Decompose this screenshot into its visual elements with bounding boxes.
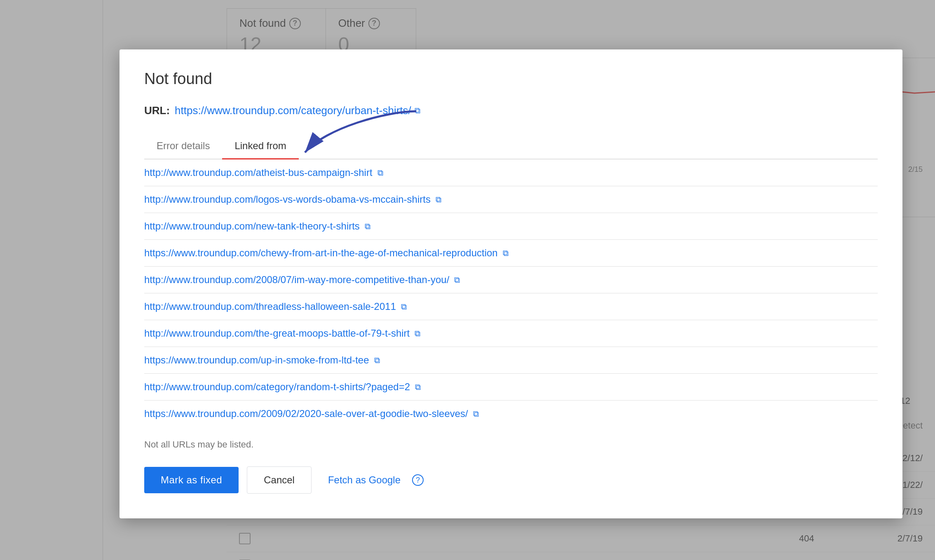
modal-actions: Mark as fixed Cancel Fetch as Google ? bbox=[144, 466, 878, 494]
link-url-4[interactable]: https://www.troundup.com/chewy-from-art-… bbox=[144, 247, 498, 259]
link-external-icon: ⧉ bbox=[374, 356, 380, 365]
list-item: http://www.troundup.com/atheist-bus-camp… bbox=[144, 159, 878, 186]
fetch-help-icon: ? bbox=[412, 474, 424, 486]
list-item: https://www.troundup.com/chewy-from-art-… bbox=[144, 240, 878, 267]
url-label: URL: bbox=[144, 104, 170, 117]
link-url-5[interactable]: http://www.troundup.com/2008/07/im-way-m… bbox=[144, 274, 449, 286]
link-external-icon: ⧉ bbox=[415, 382, 421, 392]
tab-error-details[interactable]: Error details bbox=[144, 134, 222, 159]
list-item: http://www.troundup.com/logos-vs-words-o… bbox=[144, 186, 878, 213]
modal-title: Not found bbox=[144, 70, 878, 88]
fetch-as-google-button[interactable]: Fetch as Google ? bbox=[328, 474, 424, 486]
link-external-icon: ⧉ bbox=[377, 168, 383, 178]
modal-dialog: Not found URL: https://www.troundup.com/… bbox=[120, 49, 902, 518]
list-item: http://www.troundup.com/category/random-… bbox=[144, 374, 878, 401]
link-external-icon: ⧉ bbox=[415, 329, 420, 338]
mark-as-fixed-button[interactable]: Mark as fixed bbox=[144, 467, 239, 493]
list-item: http://www.troundup.com/new-tank-theory-… bbox=[144, 213, 878, 240]
list-item: https://www.troundup.com/2009/02/2020-sa… bbox=[144, 401, 878, 427]
list-item: https://www.troundup.com/up-in-smoke-fro… bbox=[144, 347, 878, 374]
link-url-2[interactable]: http://www.troundup.com/logos-vs-words-o… bbox=[144, 194, 431, 205]
modal-note: Not all URLs may be listed. bbox=[144, 439, 878, 450]
link-url-7[interactable]: http://www.troundup.com/the-great-moops-… bbox=[144, 328, 410, 339]
list-item: http://www.troundup.com/2008/07/im-way-m… bbox=[144, 267, 878, 293]
link-external-icon: ⧉ bbox=[436, 195, 441, 204]
modal-tabs: Error details Linked from bbox=[144, 134, 878, 159]
link-url-8[interactable]: https://www.troundup.com/up-in-smoke-fro… bbox=[144, 354, 369, 366]
modal-url-link[interactable]: https://www.troundup.com/category/urban-… bbox=[175, 104, 420, 117]
link-external-icon: ⧉ bbox=[401, 302, 407, 312]
link-external-icon: ⧉ bbox=[503, 248, 509, 258]
links-list: http://www.troundup.com/atheist-bus-camp… bbox=[144, 159, 878, 427]
link-url-3[interactable]: http://www.troundup.com/new-tank-theory-… bbox=[144, 220, 360, 232]
link-url-1[interactable]: http://www.troundup.com/atheist-bus-camp… bbox=[144, 167, 373, 178]
tab-linked-from[interactable]: Linked from bbox=[222, 134, 298, 159]
link-external-icon: ⧉ bbox=[473, 409, 479, 419]
link-external-icon: ⧉ bbox=[365, 222, 370, 231]
list-item: http://www.troundup.com/threadless-hallo… bbox=[144, 293, 878, 320]
link-url-10[interactable]: https://www.troundup.com/2009/02/2020-sa… bbox=[144, 408, 468, 419]
url-external-icon: ⧉ bbox=[415, 106, 420, 115]
link-external-icon: ⧉ bbox=[454, 275, 460, 285]
link-url-6[interactable]: http://www.troundup.com/threadless-hallo… bbox=[144, 301, 396, 312]
modal-url-row: URL: https://www.troundup.com/category/u… bbox=[144, 104, 878, 117]
list-item: http://www.troundup.com/the-great-moops-… bbox=[144, 320, 878, 347]
link-url-9[interactable]: http://www.troundup.com/category/random-… bbox=[144, 381, 410, 393]
cancel-button[interactable]: Cancel bbox=[247, 466, 312, 494]
